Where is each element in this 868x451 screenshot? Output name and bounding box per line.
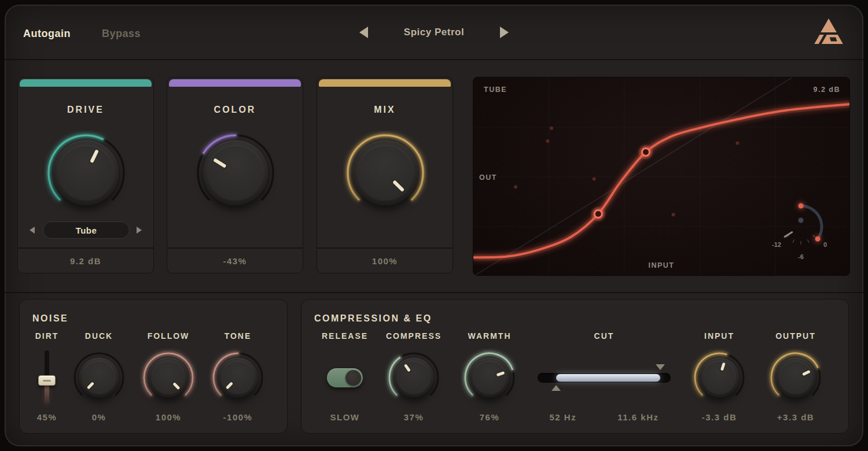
cut-high-handle[interactable] <box>656 364 665 370</box>
color-title: COLOR <box>167 105 303 115</box>
top-bar: Autogain Bypass Spicy Petrol <box>5 5 863 60</box>
brand-logo-icon <box>810 17 847 51</box>
knob-body[interactable] <box>203 141 268 205</box>
cut-label: CUT <box>523 331 685 341</box>
graph-mode-label: TUBE <box>484 86 507 94</box>
knob-pointer <box>720 362 725 371</box>
compress-knob[interactable] <box>385 349 443 406</box>
drive-panel: DRIVE Tube 9.2 dB <box>17 77 154 273</box>
preset-name[interactable]: Spicy Petrol <box>399 27 469 38</box>
dirt-slider-handle[interactable] <box>38 375 56 386</box>
noise-title: NOISE <box>32 313 68 324</box>
knob-body[interactable] <box>149 358 188 397</box>
autogain-button[interactable]: Autogain <box>23 28 71 40</box>
preset-selector: Spicy Petrol <box>359 5 509 60</box>
section-divider <box>5 292 863 293</box>
output-value: +3.3 dB <box>755 412 836 422</box>
preset-next-icon[interactable] <box>500 27 509 38</box>
preset-prev-icon[interactable] <box>359 27 368 38</box>
cut-low-handle[interactable] <box>551 385 561 391</box>
follow-value: 100% <box>128 412 209 422</box>
warmth-value: 76% <box>449 412 530 422</box>
knob-body[interactable] <box>79 358 119 397</box>
svg-text:-6: -6 <box>798 253 804 260</box>
warmth-knob[interactable] <box>461 349 518 406</box>
knob-pointer <box>802 369 811 375</box>
input-control: INPUT -3.3 dB <box>679 331 760 422</box>
knob-body[interactable] <box>54 141 119 205</box>
cut-high-value: 11.6 kHz <box>617 412 659 422</box>
cut-range-slider[interactable] <box>538 366 671 389</box>
mix-panel: MIX 100% <box>317 77 453 273</box>
mix-title: MIX <box>317 105 453 115</box>
knob-pointer <box>496 371 505 376</box>
cut-slider-fill <box>556 374 660 382</box>
follow-control: FOLLOW 100% <box>128 331 209 422</box>
plugin-body: Autogain Bypass Spicy Petrol DRIVE <box>5 5 863 446</box>
drive-type-next-icon[interactable] <box>137 227 142 234</box>
drive-type-selector: Tube <box>18 221 153 239</box>
knob-body[interactable] <box>470 358 509 397</box>
color-panel: COLOR -43% <box>167 77 303 273</box>
drive-accent-strip <box>20 79 152 87</box>
knob-pointer <box>226 382 233 389</box>
knob-pointer <box>392 180 404 192</box>
plugin-window: Autogain Bypass Spicy Petrol DRIVE <box>0 0 868 451</box>
knob-body[interactable] <box>218 358 258 397</box>
noise-panel: NOISE DIRT 45% DUCK 0% <box>19 299 288 434</box>
compression-eq-panel: COMPRESSION & EQ RELEASE SLOW COMPRESS 3… <box>301 299 849 434</box>
release-toggle-knob[interactable] <box>345 370 361 386</box>
knob-pointer <box>172 382 180 389</box>
duck-value: 0% <box>58 412 139 422</box>
duck-label: DUCK <box>58 331 139 341</box>
knob-pointer <box>403 364 410 372</box>
knob-body[interactable] <box>353 141 418 205</box>
warmth-control: WARMTH 76% <box>449 331 530 422</box>
follow-label: FOLLOW <box>128 331 209 341</box>
output-label: OUTPUT <box>755 331 836 341</box>
color-knob[interactable] <box>193 131 278 215</box>
compression-eq-title: COMPRESSION & EQ <box>314 313 432 324</box>
graph-input-axis-label: INPUT <box>473 261 849 269</box>
compress-value: 37% <box>373 412 454 422</box>
knob-body[interactable] <box>394 358 433 397</box>
graph-gain-label: 9.2 dB <box>813 86 840 94</box>
tone-value: -100% <box>197 412 278 422</box>
mix-value: 100% <box>317 247 453 273</box>
compress-label: COMPRESS <box>373 331 454 341</box>
knob-pointer <box>90 149 99 163</box>
knob-pointer <box>87 382 94 389</box>
duck-control: DUCK 0% <box>58 331 139 422</box>
input-value: -3.3 dB <box>679 412 760 422</box>
svg-text:0: 0 <box>823 241 827 248</box>
warmth-label: WARMTH <box>449 331 530 341</box>
duck-knob[interactable] <box>70 349 128 406</box>
knob-pointer <box>213 158 227 168</box>
cut-low-value: 52 Hz <box>550 412 577 422</box>
bypass-button[interactable]: Bypass <box>102 28 141 40</box>
graph-out-axis-label: OUT <box>479 173 497 182</box>
transfer-curve-svg: -12-60 <box>473 77 850 276</box>
mix-knob[interactable] <box>343 131 428 215</box>
drive-knob[interactable] <box>44 131 128 215</box>
release-toggle[interactable] <box>327 368 363 387</box>
drive-value: 9.2 dB <box>18 247 153 273</box>
input-knob[interactable] <box>690 349 748 406</box>
mix-accent-strip <box>319 79 451 87</box>
output-knob[interactable] <box>767 349 825 406</box>
tone-knob[interactable] <box>209 349 267 406</box>
knob-body[interactable] <box>700 358 739 397</box>
cut-control: CUT 52 Hz 11.6 kHz <box>523 331 685 422</box>
transfer-curve-display[interactable]: -12-60 TUBE 9.2 dB OUT INPUT <box>473 77 850 276</box>
color-accent-strip <box>169 79 301 87</box>
output-control: OUTPUT +3.3 dB <box>755 331 836 422</box>
compress-control: COMPRESS 37% <box>373 331 454 422</box>
drive-type-prev-icon[interactable] <box>30 227 35 234</box>
drive-type-value[interactable]: Tube <box>43 221 130 239</box>
follow-knob[interactable] <box>139 349 197 406</box>
dirt-slider[interactable] <box>43 350 50 405</box>
drive-title: DRIVE <box>18 105 153 115</box>
knob-body[interactable] <box>776 358 815 397</box>
color-value: -43% <box>167 247 303 273</box>
input-label: INPUT <box>679 331 760 341</box>
